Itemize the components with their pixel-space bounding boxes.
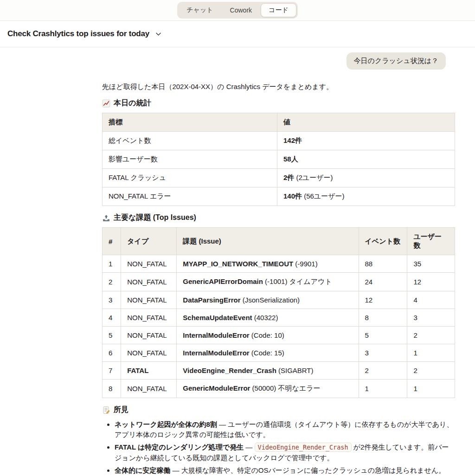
issues-col-users: ユーザー数 xyxy=(407,228,455,255)
issue-row: 3 NON_FATAL DataParsingError (JsonSerial… xyxy=(103,291,455,309)
users-cell: 4 xyxy=(407,291,455,309)
issue-detail: (-9901) xyxy=(293,260,318,268)
memo-icon xyxy=(102,406,110,414)
issue-detail: (SIGABRT) xyxy=(276,367,314,374)
finding-separator: — xyxy=(244,443,254,451)
table-row: 影響ユーザー数 58人 xyxy=(103,150,455,169)
finding-item: FATAL は特定のレンダリング処理で発生 — VideoEngine_Rend… xyxy=(115,442,455,463)
users-cell: 2 xyxy=(407,362,455,380)
findings-section-title: 所見 xyxy=(114,405,128,415)
issue-cell: VideoEngine_Render_Crash (SIGABRT) xyxy=(177,362,359,380)
stats-section-title: 本日の統計 xyxy=(114,98,151,108)
users-cell: 2 xyxy=(407,327,455,344)
stats-table: 措標 値 総イベント数 142件 影響ユーザー数 58人 FATAL クラッシュ… xyxy=(102,113,455,206)
events-cell: 88 xyxy=(359,255,407,273)
value-cell: 2件 (2ユーザー) xyxy=(277,169,455,187)
assistant-intro-text: 先ほど取得した本日（202X-04-XX）の Crashlytics データをま… xyxy=(102,82,455,91)
tab-cowork[interactable]: Cowork xyxy=(222,3,260,17)
issue-cell: GenericAPIErrorDomain (-1001) タイムアウト xyxy=(177,273,359,291)
issue-detail: (Code: 15) xyxy=(250,349,284,357)
events-cell: 8 xyxy=(359,309,407,327)
value-bold: 140件 xyxy=(283,192,302,200)
user-message-bubble: 今日のクラッシュ状況は？ xyxy=(347,52,446,70)
stats-section-heading: 本日の統計 xyxy=(102,98,455,108)
events-cell: 3 xyxy=(359,344,407,362)
issue-detail: (Code: 10) xyxy=(250,331,284,339)
value-cell: 142件 xyxy=(277,132,455,150)
finding-item: ネットワーク起因が全体の約8割 — ユーザーの通信環境（タイムアウト等）に依存す… xyxy=(115,419,455,440)
mode-segmented-control: チャット Cowork コード xyxy=(177,2,297,19)
issues-section-title: 主要な課題 (Top Issues) xyxy=(114,213,196,223)
metric-cell: FATAL クラッシュ xyxy=(103,169,277,187)
value-cell: 58人 xyxy=(277,150,455,169)
num-cell: 4 xyxy=(103,309,121,327)
findings-section-heading: 所見 xyxy=(102,405,455,415)
issue-detail: (-1001) タイムアウト xyxy=(263,277,332,285)
issue-name: GenericModuleError xyxy=(183,384,250,392)
metric-cell: 総イベント数 xyxy=(103,132,277,150)
finding-lead: FATAL は特定のレンダリング処理で発生 xyxy=(115,443,244,451)
tab-code[interactable]: コード xyxy=(261,3,296,17)
chat-transcript: 今日のクラッシュ状況は？ 先ほど取得した本日（202X-04-XX）の Cras… xyxy=(0,47,475,476)
issue-detail: (JsonSerialization) xyxy=(241,296,300,304)
finding-lead: 全体的に安定稼働 xyxy=(115,466,170,474)
num-cell: 8 xyxy=(103,380,121,398)
num-cell: 6 xyxy=(103,344,121,362)
tab-chat[interactable]: チャット xyxy=(179,3,221,17)
issue-cell: GenericModuleError (50000) 不明なエラー xyxy=(177,380,359,398)
issue-row: 8 NON_FATAL GenericModuleError (50000) 不… xyxy=(103,380,455,398)
num-cell: 5 xyxy=(103,327,121,344)
issue-name: MYAPP_IO_NETWORK_TIMEOUT xyxy=(183,260,293,268)
table-row: 総イベント数 142件 xyxy=(103,132,455,150)
issue-name: VideoEngine_Render_Crash xyxy=(183,367,276,374)
issues-section-heading: 主要な課題 (Top Issues) xyxy=(102,213,455,223)
issues-col-type: タイプ xyxy=(121,228,177,255)
issue-row: 4 NON_FATAL SchemaUpdateEvent (40322) 8 … xyxy=(103,309,455,327)
issue-row: 1 NON_FATAL MYAPP_IO_NETWORK_TIMEOUT (-9… xyxy=(103,255,455,273)
issue-row: 6 NON_FATAL InternalModuleError (Code: 1… xyxy=(103,344,455,362)
issue-detail: (50000) 不明なエラー xyxy=(250,384,320,392)
issue-detail: (40322) xyxy=(252,314,278,322)
finding-lead: ネットワーク起因が全体の約8割 xyxy=(115,420,217,428)
users-cell: 12 xyxy=(407,273,455,291)
issues-col-num: # xyxy=(103,228,121,255)
type-cell: NON_FATAL xyxy=(121,309,177,327)
outbox-tray-icon xyxy=(102,214,110,222)
issue-cell: InternalModuleError (Code: 15) xyxy=(177,344,359,362)
table-row: NON_FATAL エラー 140件 (56ユーザー) xyxy=(103,187,455,206)
type-cell: NON_FATAL xyxy=(121,344,177,362)
num-cell: 7 xyxy=(103,362,121,380)
value-cell: 140件 (56ユーザー) xyxy=(277,187,455,206)
value-rest: (56ユーザー) xyxy=(302,192,345,200)
num-cell: 3 xyxy=(103,291,121,309)
users-cell: 35 xyxy=(407,255,455,273)
type-cell-fatal: FATAL xyxy=(121,362,177,380)
events-cell: 12 xyxy=(359,291,407,309)
table-header-row: 措標 値 xyxy=(103,113,455,132)
issue-name: InternalModuleError xyxy=(183,349,249,357)
chevron-down-icon[interactable] xyxy=(155,31,162,38)
num-cell: 2 xyxy=(103,273,121,291)
type-cell: NON_FATAL xyxy=(121,380,177,398)
stats-col-metric: 措標 xyxy=(103,113,277,132)
top-tab-bar: チャット Cowork コード xyxy=(0,0,475,21)
chart-increasing-icon xyxy=(102,99,110,108)
issue-row: 7 FATAL VideoEngine_Render_Crash (SIGABR… xyxy=(103,362,455,380)
issues-col-issue: 課題 (Issue) xyxy=(177,228,359,255)
metric-cell: NON_FATAL エラー xyxy=(103,187,277,206)
issue-name: SchemaUpdateEvent xyxy=(183,314,252,322)
value-rest: (2ユーザー) xyxy=(294,174,333,181)
metric-cell: 影響ユーザー数 xyxy=(103,150,277,169)
issue-name: GenericAPIErrorDomain xyxy=(183,277,263,285)
events-cell: 24 xyxy=(359,273,407,291)
finding-item: 全体的に安定稼働 — 大規模な障害や、特定のOSバージョンに偏ったクラッシュの急… xyxy=(115,465,455,476)
table-header-row: # タイプ 課題 (Issue) イベント数 ユーザー数 xyxy=(103,228,455,255)
user-message-row: 今日のクラッシュ状況は？ xyxy=(102,52,455,70)
type-cell: NON_FATAL xyxy=(121,255,177,273)
value-bold: 2件 xyxy=(283,174,294,181)
users-cell: 1 xyxy=(407,344,455,362)
issue-name: DataParsingError xyxy=(183,296,240,304)
events-cell: 5 xyxy=(359,327,407,344)
issue-cell: DataParsingError (JsonSerialization) xyxy=(177,291,359,309)
events-cell: 1 xyxy=(359,380,407,398)
